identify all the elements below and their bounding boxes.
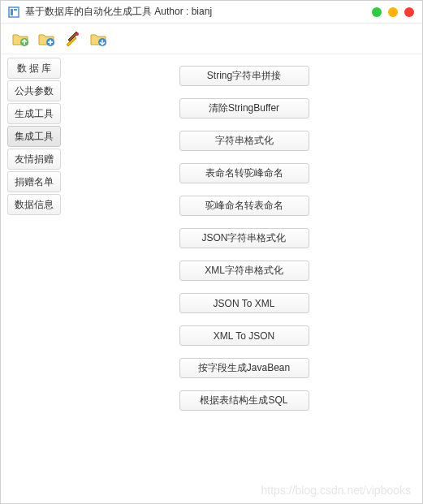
sidebar: 数 据 库公共参数生成工具集成工具友情捐赠捐赠名单数据信息 [1,54,66,503]
close-button[interactable] [404,7,414,17]
sidebar-tab-label: 数据信息 [15,198,54,212]
action-button-label: JSON字符串格式化 [201,231,286,245]
folder-download-icon[interactable] [87,28,110,50]
action-button-5[interactable]: JSON字符串格式化 [179,228,309,248]
sidebar-tab-0[interactable]: 数 据 库 [7,58,61,79]
tools-cross-icon[interactable] [61,28,84,50]
window-controls [372,7,414,17]
svg-rect-2 [14,9,17,11]
action-button-0[interactable]: String字符串拼接 [179,66,309,86]
action-button-10[interactable]: 根据表结构生成SQL [179,390,309,411]
toolbar [1,24,422,54]
sidebar-tab-3[interactable]: 集成工具 [7,126,61,147]
action-button-label: 表命名转驼峰命名 [205,166,283,180]
sidebar-tab-label: 公共参数 [15,84,54,98]
action-button-2[interactable]: 字符串格式化 [179,131,309,151]
minimize-button[interactable] [372,7,382,17]
app-icon [7,6,20,19]
main-panel: String字符串拼接清除StringBuffer字符串格式化表命名转驼峰命名驼… [66,54,422,503]
action-button-label: 字符串格式化 [215,134,274,148]
sidebar-tab-1[interactable]: 公共参数 [7,80,61,101]
svg-rect-1 [11,9,13,15]
action-button-9[interactable]: 按字段生成JavaBean [179,358,309,378]
action-button-8[interactable]: XML To JSON [179,325,309,346]
action-button-label: XML To JSON [214,330,274,342]
folder-add-icon[interactable] [35,28,58,50]
content-area: 数 据 库公共参数生成工具集成工具友情捐赠捐赠名单数据信息 String字符串拼… [1,54,422,503]
action-button-label: 根据表结构生成SQL [200,394,287,407]
sidebar-tab-label: 友情捐赠 [15,153,54,166]
sidebar-tab-5[interactable]: 捐赠名单 [7,171,61,192]
action-button-label: JSON To XML [214,298,275,309]
action-button-label: 驼峰命名转表命名 [205,199,283,213]
folder-up-icon[interactable] [9,28,32,50]
action-button-7[interactable]: JSON To XML [179,293,309,313]
action-button-4[interactable]: 驼峰命名转表命名 [179,196,309,216]
maximize-button[interactable] [388,7,398,17]
sidebar-tab-label: 数 据 库 [17,62,52,75]
action-button-6[interactable]: XML字符串格式化 [179,261,309,281]
action-button-1[interactable]: 清除StringBuffer [179,98,309,118]
titlebar: 基于数据库的自动化生成工具 Author : bianj [1,1,422,24]
sidebar-tab-label: 集成工具 [15,130,54,144]
sidebar-tab-2[interactable]: 生成工具 [7,103,61,124]
action-button-label: 清除StringBuffer [209,101,279,115]
sidebar-tab-6[interactable]: 数据信息 [7,194,61,215]
window-title: 基于数据库的自动化生成工具 Author : bianj [25,5,212,19]
action-button-label: String字符串拼接 [207,69,281,83]
svg-rect-0 [9,7,19,17]
action-button-label: XML字符串格式化 [205,264,283,278]
sidebar-tab-label: 捐赠名单 [15,175,54,189]
action-button-3[interactable]: 表命名转驼峰命名 [179,163,309,183]
sidebar-tab-4[interactable]: 友情捐赠 [7,149,61,170]
svg-point-5 [76,32,79,36]
sidebar-tab-label: 生成工具 [15,107,54,121]
action-button-label: 按字段生成JavaBean [198,361,290,375]
